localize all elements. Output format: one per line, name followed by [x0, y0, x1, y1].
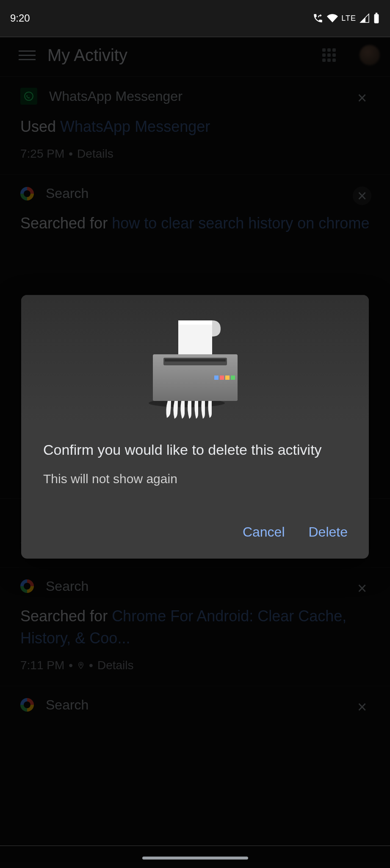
svg-rect-10 [214, 376, 219, 380]
status-bar: 9:20 LTE [0, 0, 390, 37]
shredder-icon [132, 312, 259, 422]
svg-rect-13 [231, 376, 235, 380]
battery-icon [373, 13, 380, 24]
svg-rect-9 [165, 359, 226, 362]
status-icons: LTE [313, 13, 380, 24]
delete-confirm-dialog: Confirm you would like to delete this ac… [21, 295, 369, 559]
dialog-title: Confirm you would like to delete this ac… [43, 442, 347, 458]
svg-rect-11 [220, 376, 224, 380]
network-type-label: LTE [341, 14, 356, 23]
delete-button[interactable]: Delete [309, 524, 348, 540]
dialog-subtitle: This will not show again [43, 472, 347, 486]
signal-icon [360, 13, 370, 23]
svg-rect-12 [225, 376, 230, 380]
wifi-calling-icon [313, 13, 324, 24]
status-time: 9:20 [10, 12, 30, 24]
svg-rect-1 [376, 13, 377, 14]
cancel-button[interactable]: Cancel [243, 524, 285, 540]
wifi-icon [327, 13, 338, 24]
nav-handle[interactable] [142, 857, 248, 860]
shredder-illustration [21, 295, 369, 422]
svg-rect-0 [374, 14, 379, 23]
divider [0, 846, 390, 846]
